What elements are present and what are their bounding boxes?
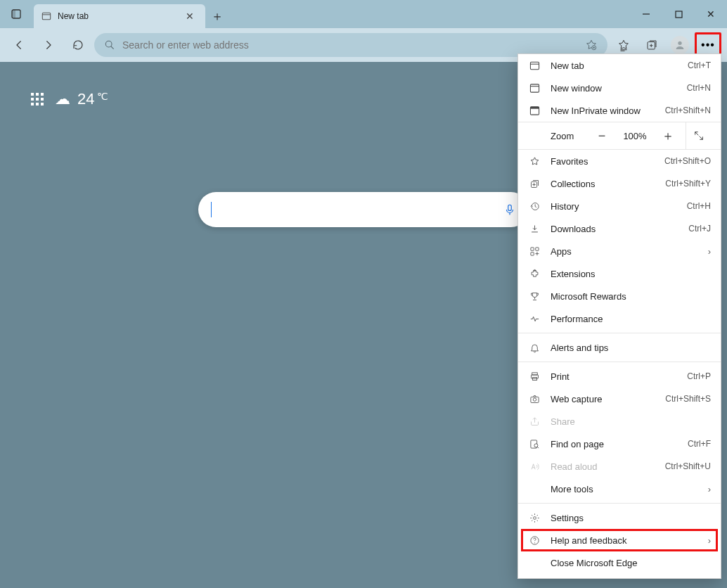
menu-history[interactable]: HistoryCtrl+H <box>518 195 721 217</box>
menu-find[interactable]: Find on pageCtrl+F <box>518 433 721 455</box>
puzzle-icon <box>528 269 541 279</box>
menu-shortcut: Ctrl+T <box>688 60 711 70</box>
menu-label: History <box>551 201 677 212</box>
chevron-right-icon: › <box>708 535 711 546</box>
svg-point-16 <box>678 41 681 45</box>
svg-point-46 <box>534 542 535 543</box>
zoom-label: Zoom <box>528 131 584 141</box>
chevron-right-icon: › <box>708 484 711 494</box>
menu-rewards[interactable]: Microsoft Rewards <box>518 285 721 307</box>
svg-rect-30 <box>530 247 533 250</box>
menu-label: Alerts and tips <box>551 343 711 353</box>
svg-point-44 <box>533 516 536 519</box>
menu-shortcut: Ctrl+Shift+Y <box>665 179 711 188</box>
menu-label: Downloads <box>551 224 678 234</box>
menu-downloads[interactable]: DownloadsCtrl+J <box>518 217 721 240</box>
menu-help-and-feedback[interactable]: Help and feedback › <box>518 529 721 551</box>
svg-rect-31 <box>535 247 538 250</box>
menu-extensions[interactable]: Extensions <box>518 262 721 285</box>
menu-shortcut: Ctrl+Shift+S <box>665 394 711 404</box>
menu-label: Web capture <box>551 394 655 404</box>
inprivate-icon <box>528 106 541 116</box>
titlebar: New tab ✕ ＋ ✕ <box>0 0 727 28</box>
menu-shortcut: Ctrl+F <box>688 439 711 449</box>
menu-shortcut: Ctrl+Shift+O <box>664 156 711 166</box>
zoom-out-button[interactable]: − <box>591 129 612 143</box>
share-icon <box>528 416 541 427</box>
menu-collections[interactable]: CollectionsCtrl+Shift+Y <box>518 172 721 195</box>
menu-shortcut: Ctrl+Shift+U <box>665 461 711 471</box>
menu-read-aloud: Read aloudCtrl+Shift+U <box>518 455 721 478</box>
trophy-icon <box>528 291 541 302</box>
menu-performance[interactable]: Performance <box>518 307 721 330</box>
refresh-button[interactable] <box>65 32 91 58</box>
menu-settings[interactable]: Settings <box>518 506 721 529</box>
window-icon <box>528 83 541 94</box>
new-tab-button[interactable]: ＋ <box>205 4 229 28</box>
menu-alerts[interactable]: Alerts and tips <box>518 336 721 359</box>
browser-tab[interactable]: New tab ✕ <box>34 4 205 28</box>
menu-label: Performance <box>551 314 711 324</box>
svg-line-43 <box>537 447 539 448</box>
maximize-button[interactable] <box>662 0 695 28</box>
menu-separator <box>518 362 721 362</box>
search-icon <box>104 39 115 51</box>
menu-label: Apps <box>551 246 698 257</box>
microphone-icon[interactable] <box>503 202 516 217</box>
menu-web-capture[interactable]: Web captureCtrl+Shift+S <box>518 388 721 410</box>
zoom-in-button[interactable]: ＋ <box>657 127 678 144</box>
tab-close-button[interactable]: ✕ <box>181 8 198 25</box>
svg-rect-24 <box>530 106 539 108</box>
svg-rect-32 <box>530 252 533 255</box>
heartbeat-icon <box>528 314 541 324</box>
star-icon <box>528 156 541 167</box>
close-window-button[interactable]: ✕ <box>695 0 727 28</box>
bell-icon <box>528 343 541 353</box>
find-icon <box>528 439 541 449</box>
add-favorite-icon[interactable] <box>585 39 598 51</box>
menu-shortcut: Ctrl+H <box>687 201 711 211</box>
menu-label: Read aloud <box>551 461 655 472</box>
svg-rect-1 <box>12 10 15 18</box>
readaloud-icon <box>528 461 541 472</box>
menu-separator <box>518 333 721 333</box>
menu-zoom-row: Zoom − 100% ＋ <box>518 122 721 150</box>
menu-close-edge[interactable]: Close Microsoft Edge <box>518 551 721 574</box>
menu-label: New InPrivate window <box>551 106 655 116</box>
temperature-unit: ℃ <box>97 91 108 102</box>
menu-new-inprivate[interactable]: New InPrivate windowCtrl+Shift+N <box>518 99 721 122</box>
svg-line-7 <box>111 46 113 49</box>
menu-more-tools[interactable]: More tools› <box>518 478 721 500</box>
menu-label: Favorites <box>551 156 655 167</box>
page-settings-icon[interactable] <box>31 93 44 106</box>
print-icon <box>528 371 541 382</box>
menu-new-tab[interactable]: New tabCtrl+T <box>518 54 721 77</box>
fullscreen-button[interactable] <box>686 122 711 149</box>
ellipsis-icon: ••• <box>701 39 715 51</box>
newtab-icon <box>528 60 541 71</box>
menu-favorites[interactable]: FavoritesCtrl+Shift+O <box>518 150 721 172</box>
menu-new-window[interactable]: New windowCtrl+N <box>518 77 721 99</box>
svg-rect-36 <box>532 372 537 374</box>
menu-label: New tab <box>551 60 678 71</box>
menu-label: Help and feedback <box>551 535 698 546</box>
ntp-search-box[interactable] <box>198 192 529 227</box>
address-input[interactable] <box>122 39 578 51</box>
menu-print[interactable]: PrintCtrl+P <box>518 365 721 388</box>
apps-icon <box>528 246 541 257</box>
temperature-value: 24 <box>77 90 94 108</box>
menu-apps[interactable]: Apps› <box>518 240 721 262</box>
back-button[interactable] <box>6 32 32 58</box>
weather-widget[interactable]: ☁ 24 ℃ <box>55 90 108 108</box>
gear-icon <box>528 513 541 523</box>
menu-label: Close Microsoft Edge <box>551 558 711 568</box>
menu-shortcut: Ctrl+N <box>687 83 711 93</box>
history-icon <box>528 201 541 212</box>
zoom-percentage: 100% <box>619 131 650 141</box>
tab-actions-icon[interactable] <box>0 0 34 28</box>
forward-button[interactable] <box>35 32 62 58</box>
minimize-button[interactable] <box>630 0 662 28</box>
menu-label: New window <box>551 83 677 94</box>
newtab-favicon-icon <box>41 11 52 22</box>
tab-title: New tab <box>58 11 176 21</box>
